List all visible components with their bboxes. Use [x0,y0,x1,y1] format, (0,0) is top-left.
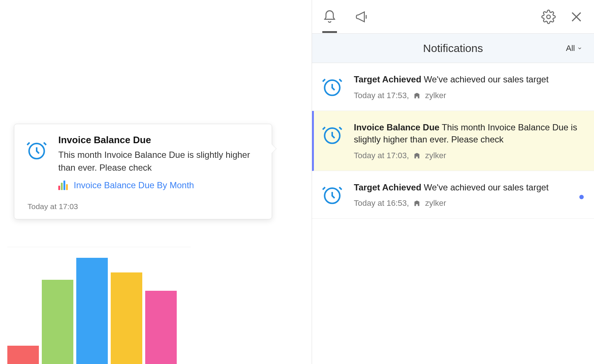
filter-label: All [566,44,575,53]
alarm-clock-icon [321,183,344,206]
chart-bar [145,291,177,364]
notifications-list: Target Achieved We've achieved our sales… [312,63,594,219]
notification-timestamp: Today at 17:53, [354,91,409,100]
notification-org: zylker [425,198,446,208]
notification-body: Invoice Balance Due This month Invoice B… [354,121,582,160]
main-content-area: Invoice Balance Due This month Invoice B… [0,0,279,364]
notification-meta: Today at 17:53,zylker [354,91,582,100]
bell-icon[interactable] [322,10,337,24]
chart-bar [7,346,39,364]
alarm-clock-icon [321,123,344,146]
building-icon [413,92,421,99]
notification-item[interactable]: Invoice Balance Due This month Invoice B… [312,111,594,171]
notification-body: Target Achieved We've achieved our sales… [354,181,582,208]
alert-popup-card: Invoice Balance Due This month Invoice B… [14,124,272,219]
panel-toolbar [312,0,594,34]
popup-description: This month Invoice Balance Due is slight… [58,149,261,174]
alarm-clock-icon [321,75,344,98]
panel-subheader: Notifications All [312,34,594,63]
chevron-down-icon [577,46,582,51]
notification-meta: Today at 16:53,zylker [354,198,582,208]
notification-text: Target Achieved We've achieved our sales… [354,73,582,86]
filter-dropdown[interactable]: All [566,44,582,53]
bar-chart-icon [58,181,69,190]
invoice-bar-chart [7,247,191,364]
notification-item[interactable]: Target Achieved We've achieved our sales… [312,63,594,111]
building-icon [413,152,421,159]
notification-timestamp: Today at 16:53, [354,198,409,208]
close-icon[interactable] [569,10,584,24]
popup-report-link[interactable]: Invoice Balance Due By Month [74,180,194,190]
chart-bar [111,272,142,364]
notification-meta: Today at 17:03,zylker [354,151,582,160]
notification-timestamp: Today at 17:03, [354,151,409,160]
gear-icon[interactable] [541,10,556,24]
unread-indicator-icon [579,195,584,199]
building-icon [413,200,421,207]
megaphone-icon[interactable] [355,10,369,24]
notification-org: zylker [425,91,446,100]
chart-bar [76,258,108,364]
panel-title: Notifications [423,42,483,55]
notifications-panel: Notifications All Target Achieved We've … [312,0,594,364]
notification-org: zylker [425,151,446,160]
alarm-clock-icon [25,139,48,161]
notification-item[interactable]: Target Achieved We've achieved our sales… [312,171,594,219]
chart-bar [42,280,73,364]
notification-text: Target Achieved We've achieved our sales… [354,181,582,194]
notification-text: Invoice Balance Due This month Invoice B… [354,121,582,146]
popup-timestamp: Today at 17:03 [27,202,261,211]
notification-body: Target Achieved We've achieved our sales… [354,73,582,100]
popup-title: Invoice Balance Due [58,134,261,146]
svg-point-1 [547,15,550,19]
